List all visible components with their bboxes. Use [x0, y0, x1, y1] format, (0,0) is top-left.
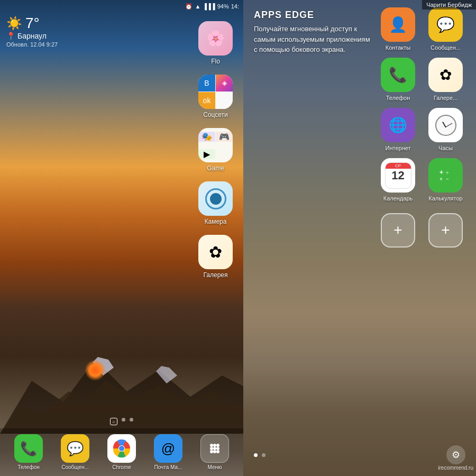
page-dot-2[interactable] [122, 418, 125, 422]
edge-add2-button[interactable]: + [428, 213, 463, 248]
edge-contacts-item[interactable]: 👤 Контакты [376, 5, 420, 53]
cal-date: 12 [386, 169, 411, 182]
edge-gallery-icon[interactable]: ✿ [428, 58, 463, 92]
vk-icon: В [198, 75, 215, 91]
menu-grid-svg [207, 441, 223, 456]
svg-point-13 [210, 450, 213, 453]
app-game-icon[interactable]: 🎭 🎮 ▶ [198, 128, 233, 162]
edge-messages-label: Сообщен... [431, 44, 461, 51]
dock-mail-item[interactable]: @ Почта Ма... [154, 434, 182, 470]
cal-header: СР [386, 163, 411, 169]
svg-point-14 [213, 450, 216, 453]
dock-menu-icon[interactable] [200, 434, 229, 463]
calculator-svg: + ÷ × − [436, 166, 455, 185]
sun-icon: ☀️ [6, 16, 22, 31]
edge-gallery-item[interactable]: ✿ Галере... [423, 56, 468, 103]
panel-dot-1[interactable] [254, 453, 258, 457]
camera-circle [205, 188, 226, 209]
edge-internet-icon[interactable]: 🌐 [381, 108, 415, 142]
app-gallery-label: Галерея [203, 271, 227, 279]
time-display: 14: [231, 3, 239, 10]
app-flo-icon[interactable]: 🌸 [198, 21, 233, 56]
apps-column: 🌸 Flo В ◈ ok Соцсети 🎭 🎮 ▶ Game [198, 21, 233, 279]
dock-mail-label: Почта Ма... [154, 464, 182, 470]
weather-temp: ☀️ 7° [6, 15, 58, 32]
dock-phone-item[interactable]: 📞 Телефон [14, 434, 43, 470]
edge-phone-icon[interactable]: 📞 [381, 58, 415, 92]
svg-point-10 [210, 447, 213, 450]
sun-glow [85, 360, 106, 381]
alarm-icon: ⏰ [185, 3, 193, 10]
instagram-icon: ◈ [216, 75, 233, 91]
app-gallery-icon[interactable]: ✿ [198, 235, 233, 269]
left-panel: ⏰ ▲ ▐▐▐ 94% 14: ☀️ 7° 📍 Барнаул Обновл. … [0, 0, 243, 476]
calendar-face: СР 12 [385, 162, 411, 189]
game2-icon: 🎮 [216, 132, 233, 142]
edge-phone-label: Телефон [386, 95, 410, 101]
edge-add1-item[interactable]: + [376, 206, 420, 254]
svg-point-6 [119, 446, 124, 451]
edge-messages-item[interactable]: 💬 Сообщен... [423, 5, 468, 53]
status-icons: ⏰ ▲ ▐▐▐ 94% 14: [185, 3, 239, 10]
status-bar: ⏰ ▲ ▐▐▐ 94% 14: [0, 0, 243, 13]
dock-menu-item[interactable]: Меню [200, 434, 229, 470]
dock-menu-label: Меню [207, 464, 222, 470]
settings-button[interactable]: ⚙ [446, 445, 465, 464]
edge-add2-item[interactable]: + [423, 206, 468, 254]
dock-messages-icon[interactable]: 💬 [61, 434, 89, 463]
svg-point-15 [216, 450, 219, 453]
app-social-icon[interactable]: В ◈ ok [198, 75, 233, 109]
dock-phone-label: Телефон [17, 464, 39, 470]
weather-widget: ☀️ 7° 📍 Барнаул Обновл. 12.04 9:27 [6, 15, 58, 48]
dock-mail-icon[interactable]: @ [154, 434, 182, 463]
battery-percent: 94% [217, 3, 229, 10]
edge-calculator-icon[interactable]: + ÷ × − [428, 158, 463, 193]
weather-city: 📍 Барнаул [6, 32, 58, 40]
right-panel: Чарити Бербидж APPS EDGE Получайте мгнов… [243, 0, 476, 476]
svg-point-11 [213, 447, 216, 450]
flower-icon: ✿ [209, 243, 222, 261]
edge-internet-label: Интернет [386, 145, 411, 151]
edge-phone-item[interactable]: 📞 Телефон [376, 56, 420, 103]
pin-icon: 📍 [6, 32, 15, 40]
edge-panel-description: Получайте мгновенный доступ к самым испо… [254, 24, 370, 55]
dock-chrome-icon[interactable] [107, 434, 136, 463]
app-flo-wrap[interactable]: 🌸 Flo [198, 21, 233, 65]
app-social-label: Соцсети [203, 111, 228, 118]
wifi-icon: ▲ [195, 3, 200, 10]
edge-contacts-icon[interactable]: 👤 [381, 7, 415, 42]
app-social-wrap[interactable]: В ◈ ok Соцсети [198, 75, 233, 118]
clock-face [435, 115, 456, 136]
svg-point-8 [213, 444, 216, 447]
edge-calendar-icon[interactable]: СР 12 [381, 158, 415, 193]
camera-lens [210, 193, 222, 205]
watermark: irecommend.ru [438, 465, 473, 471]
edge-clock-item[interactable]: Часы [423, 106, 468, 153]
chrome-svg [111, 438, 132, 459]
dock-phone-icon[interactable]: 📞 [14, 434, 43, 463]
app-game-wrap[interactable]: 🎭 🎮 ▶ Game [198, 128, 233, 172]
edge-internet-item[interactable]: 🌐 Интернет [376, 106, 420, 153]
dock: 📞 Телефон 💬 Сообщен... [0, 428, 243, 476]
dock-chrome-item[interactable]: Chrome [107, 434, 136, 470]
edge-calculator-item[interactable]: + ÷ × − Калькулятор [423, 156, 468, 204]
app-gallery-wrap[interactable]: ✿ Галерея [198, 235, 233, 279]
app-camera-wrap[interactable]: Камера [198, 181, 233, 225]
dock-messages-item[interactable]: 💬 Сообщен... [61, 434, 89, 470]
svg-text:×: × [440, 176, 443, 182]
svg-text:÷: ÷ [446, 170, 449, 176]
edge-clock-label: Часы [438, 145, 453, 151]
page-dot-3[interactable] [130, 418, 133, 422]
edge-calendar-label: Календарь [383, 195, 413, 202]
home-dot[interactable]: ⌂ [110, 418, 117, 425]
svg-point-9 [216, 444, 219, 447]
game3-icon: ▶ [198, 149, 215, 159]
edge-calendar-item[interactable]: СР 12 Календарь [376, 156, 420, 204]
edge-add1-button[interactable]: + [381, 213, 415, 248]
weather-update: Обновл. 12.04 9:27 [6, 41, 58, 48]
app-camera-icon[interactable] [198, 181, 233, 216]
svg-point-7 [210, 444, 213, 447]
edge-messages-icon[interactable]: 💬 [428, 7, 463, 42]
panel-dot-2[interactable] [262, 453, 266, 457]
edge-clock-icon[interactable] [428, 108, 463, 142]
